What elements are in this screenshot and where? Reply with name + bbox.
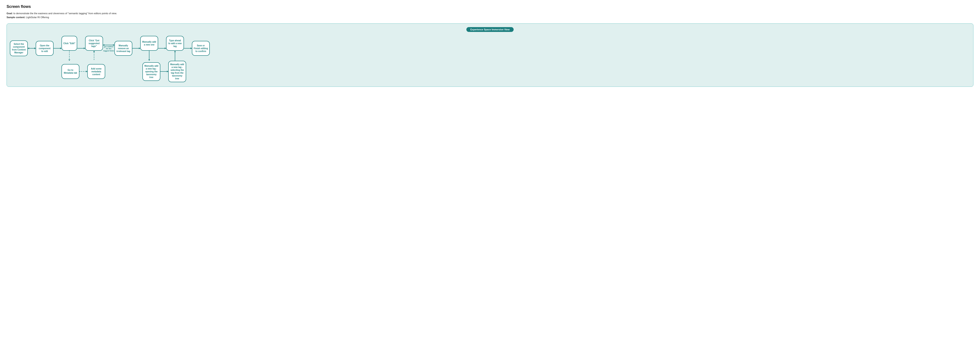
goal-line: Goal: to demonstrate the the easiness an… bbox=[6, 12, 974, 15]
sample-label: Sample content: bbox=[6, 16, 25, 19]
vert-conn-type-ahead bbox=[174, 51, 176, 61]
col-click-edit: Click "Edit" bbox=[62, 36, 77, 61]
col-add-new-one: Manually add a new one bbox=[140, 36, 158, 61]
sample-text: LightSolar RI Offering bbox=[26, 16, 49, 19]
vert-conn-edit-meta bbox=[68, 51, 70, 61]
arrow-6-7 bbox=[158, 48, 166, 49]
node-remove-tag: Manually remove an irrelevant tag bbox=[115, 41, 132, 56]
goal-text: to demonstrate the the easiness and clev… bbox=[13, 12, 117, 15]
vert-conn-suggested-meta bbox=[93, 51, 95, 61]
node-save: Save or Finish editing to confirm bbox=[192, 41, 210, 56]
top-flow: Select the component from Content Manage… bbox=[10, 36, 970, 61]
sample-line: Sample content: LightSolar RI Offering bbox=[6, 16, 974, 19]
arrow-4-5-with-label: get notified for the tagged fields bbox=[103, 45, 115, 52]
arrow-7-8 bbox=[184, 48, 192, 49]
arrow-3-4 bbox=[77, 48, 85, 49]
node-metadata-tab: Go to Metadata tab bbox=[62, 64, 80, 79]
page-title: Screen flows bbox=[6, 4, 974, 9]
arrow-4-5 bbox=[103, 45, 115, 45]
node-select-tag-taxonomy: Manually add a new tag - selecting the t… bbox=[168, 61, 186, 82]
node-add-tag-taxonomy: Manually add a new tag - opening the tax… bbox=[142, 62, 160, 81]
main-layout: Select the component from Content Manage… bbox=[10, 36, 970, 82]
col-type-ahead: Type ahead to add a new tag bbox=[166, 36, 184, 61]
node-get-suggested: Click "Get suggested tags" bbox=[85, 36, 103, 51]
arrow-1-2 bbox=[28, 48, 36, 49]
node-click-edit: Click "Edit" bbox=[62, 36, 77, 51]
arrow-2-3 bbox=[54, 48, 62, 49]
col-get-suggested: Click "Get suggested tags" bbox=[85, 36, 103, 61]
arrow-label: get notified for the tagged fields bbox=[103, 46, 115, 52]
bot-flow: Go to Metadata tab Add some metadata con… bbox=[10, 61, 970, 82]
node-select-component: Select the component from Content Manage… bbox=[10, 40, 28, 56]
node-open-component: Open the component to edit bbox=[36, 41, 54, 56]
vert-conn-new-one bbox=[148, 51, 150, 61]
arrow-11-12 bbox=[160, 71, 168, 72]
banner-label: Experience Space Immersive View bbox=[466, 27, 514, 32]
arrow-9-10 bbox=[80, 71, 87, 72]
node-add-new-one: Manually add a new one bbox=[140, 36, 158, 51]
node-add-metadata: Add some metadata content bbox=[87, 64, 105, 79]
banner: Experience Space Immersive View bbox=[10, 27, 970, 32]
diagram-container: Experience Space Immersive View Select t… bbox=[6, 24, 974, 87]
node-type-ahead: Type ahead to add a new tag bbox=[166, 36, 184, 51]
goal-label: Goal: bbox=[6, 12, 13, 15]
arrow-5-6 bbox=[132, 48, 140, 49]
